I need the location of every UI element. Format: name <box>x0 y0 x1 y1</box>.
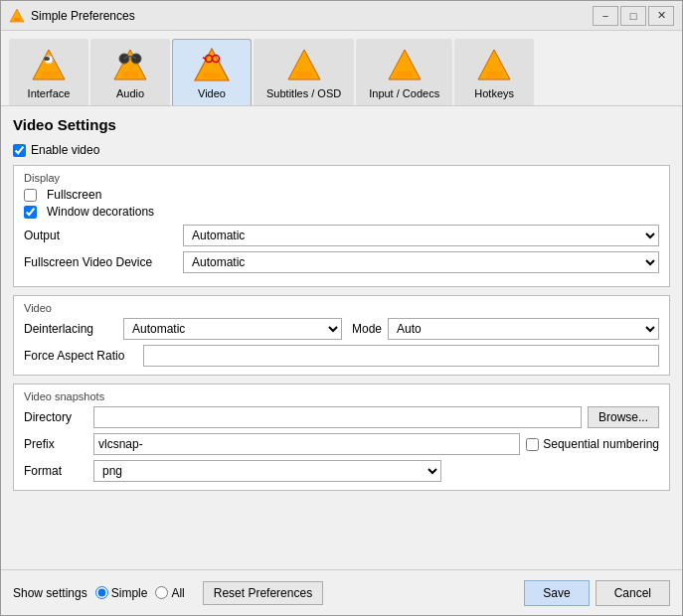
output-row: Output Automatic DirectX (DirectDraw) Op… <box>24 225 659 246</box>
mode-label: Mode <box>352 322 382 336</box>
radio-group: Simple All <box>95 586 185 600</box>
enable-video-label[interactable]: Enable video <box>31 143 99 157</box>
svg-rect-22 <box>299 65 309 72</box>
svg-rect-28 <box>489 65 499 72</box>
enable-video-row: Enable video <box>13 143 670 157</box>
bottom-actions: Save Cancel <box>524 580 670 606</box>
display-section: Display Fullscreen Window decorations Ou… <box>13 165 670 287</box>
tab-input-label: Input / Codecs <box>369 87 439 99</box>
simple-radio[interactable] <box>95 586 108 599</box>
output-select[interactable]: Automatic DirectX (DirectDraw) OpenGL Vu… <box>183 225 659 246</box>
window-decorations-checkbox[interactable] <box>24 206 37 219</box>
tab-video[interactable]: Video <box>172 39 252 105</box>
minimize-button[interactable]: − <box>593 6 618 26</box>
tab-hotkeys[interactable]: Hotkeys <box>454 39 534 105</box>
deinterlacing-label: Deinterlacing <box>24 322 123 336</box>
maximize-button[interactable]: □ <box>620 6 646 26</box>
tab-subtitles-label: Subtitles / OSD <box>266 87 341 99</box>
show-settings-label: Show settings <box>13 586 87 600</box>
enable-video-checkbox[interactable] <box>13 144 26 157</box>
prefix-row: Prefix Sequential numbering <box>24 433 659 455</box>
page-title: Video Settings <box>13 116 670 133</box>
display-section-title: Display <box>24 172 659 184</box>
save-button[interactable]: Save <box>524 580 589 606</box>
force-aspect-row: Force Aspect Ratio <box>24 345 659 367</box>
all-radio-label[interactable]: All <box>155 586 184 600</box>
snapshots-section: Video snapshots Directory Browse... Pref… <box>13 384 670 491</box>
svg-rect-4 <box>41 72 57 77</box>
fullscreen-device-row: Fullscreen Video Device Automatic <box>24 251 659 273</box>
close-button[interactable]: ✕ <box>648 6 674 26</box>
svg-rect-5 <box>44 65 54 72</box>
tab-hotkeys-label: Hotkeys <box>474 87 514 99</box>
format-label: Format <box>24 464 93 478</box>
tab-input[interactable]: Input / Codecs <box>356 39 452 105</box>
fullscreen-device-select[interactable]: Automatic <box>183 251 659 273</box>
window-decorations-row: Window decorations <box>24 205 659 219</box>
sequential-checkbox[interactable] <box>526 438 539 451</box>
interface-icon <box>29 46 69 85</box>
svg-rect-15 <box>206 65 218 73</box>
tab-interface-label: Interface <box>28 87 71 99</box>
window-controls: − □ ✕ <box>593 6 674 26</box>
svg-rect-9 <box>122 72 138 77</box>
prefix-input[interactable] <box>93 433 520 455</box>
mode-select[interactable]: Auto Discard Blend Mean Bob <box>388 318 659 340</box>
tab-video-label: Video <box>198 87 226 99</box>
deinterlacing-row: Deinterlacing Automatic On Off Mode Auto… <box>24 318 659 340</box>
all-label: All <box>171 586 184 600</box>
show-settings-area: Show settings Simple All Reset Preferenc… <box>13 581 323 605</box>
fullscreen-label[interactable]: Fullscreen <box>47 188 101 202</box>
window-title: Simple Preferences <box>31 9 593 23</box>
force-aspect-input[interactable] <box>143 345 659 367</box>
simple-radio-label[interactable]: Simple <box>95 586 148 600</box>
fullscreen-checkbox[interactable] <box>24 189 37 202</box>
fullscreen-row: Fullscreen <box>24 188 659 202</box>
prefix-label: Prefix <box>24 437 93 451</box>
deinterlacing-select[interactable]: Automatic On Off <box>123 318 342 340</box>
format-select[interactable]: png jpg bmp tiff <box>93 460 441 482</box>
all-radio[interactable] <box>155 586 168 599</box>
fullscreen-device-label: Fullscreen Video Device <box>24 255 183 269</box>
input-icon <box>385 46 425 85</box>
simple-label: Simple <box>111 586 148 600</box>
cancel-button[interactable]: Cancel <box>596 580 670 606</box>
tab-bar: Interface Audio <box>1 31 682 106</box>
browse-button[interactable]: Browse... <box>588 406 659 428</box>
video-icon <box>192 46 232 85</box>
svg-rect-10 <box>125 65 135 72</box>
svg-rect-24 <box>397 72 413 77</box>
svg-rect-14 <box>203 73 221 78</box>
svg-rect-2 <box>15 15 19 18</box>
snapshots-title: Video snapshots <box>24 390 659 402</box>
sequential-check-row: Sequential numbering <box>526 437 659 451</box>
sequential-label[interactable]: Sequential numbering <box>543 437 659 451</box>
tab-interface[interactable]: Interface <box>9 39 88 105</box>
format-row: Format png jpg bmp tiff <box>24 460 659 482</box>
video-section-title: Video <box>24 302 659 314</box>
directory-row: Directory Browse... <box>24 406 659 428</box>
tab-audio-label: Audio <box>116 87 144 99</box>
bottom-bar: Show settings Simple All Reset Preferenc… <box>1 569 682 615</box>
svg-rect-21 <box>296 72 312 77</box>
svg-line-18 <box>203 58 206 59</box>
window-decorations-label[interactable]: Window decorations <box>47 205 154 219</box>
audio-icon <box>110 46 150 85</box>
svg-rect-1 <box>14 18 20 21</box>
svg-rect-27 <box>486 72 502 77</box>
svg-rect-25 <box>400 65 410 72</box>
hotkeys-icon <box>474 46 514 85</box>
directory-input[interactable] <box>93 406 582 428</box>
reset-button[interactable]: Reset Preferences <box>203 581 323 605</box>
directory-label: Directory <box>24 410 93 424</box>
content-area: Video Settings Enable video Display Full… <box>1 106 682 569</box>
tab-audio[interactable]: Audio <box>90 39 170 105</box>
output-label: Output <box>24 229 183 242</box>
tab-subtitles[interactable]: Subtitles / OSD <box>254 39 354 105</box>
app-icon <box>9 8 25 24</box>
subtitles-icon <box>284 46 324 85</box>
title-bar: Simple Preferences − □ ✕ <box>1 1 682 31</box>
force-aspect-label: Force Aspect Ratio <box>24 349 143 363</box>
video-inner-section: Video Deinterlacing Automatic On Off Mod… <box>13 295 670 376</box>
window: Simple Preferences − □ ✕ Interface <box>0 0 683 616</box>
